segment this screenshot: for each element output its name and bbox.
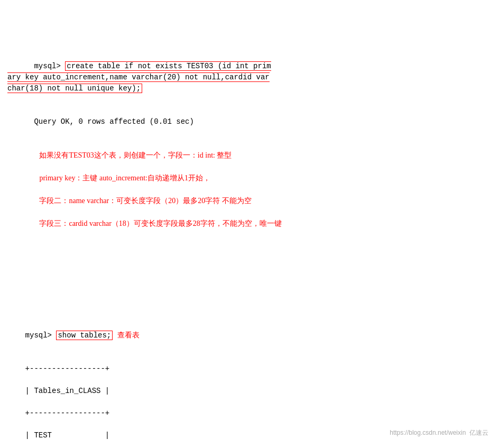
terminal-window: mysql> create table if not exists TEST03… xyxy=(7,5,492,448)
annotation-1-line2: primary key：主键 auto_increment:自动递增从1开始， xyxy=(39,174,210,182)
watermark-url: https://blog.csdn.net/weixin xyxy=(390,429,466,436)
table2-row-1: | TEST | xyxy=(25,431,110,440)
cmd-box-2: show tables; xyxy=(56,331,113,340)
annotation-2: 查看表 xyxy=(117,331,140,339)
watermark: https://blog.csdn.net/weixin 亿速云 xyxy=(390,428,488,437)
table2-border2: +-----------------+ xyxy=(25,409,110,417)
prompt-1: mysql> xyxy=(34,62,65,70)
result-1: Query OK, 0 rows affected (0.01 sec) xyxy=(34,117,193,126)
annotation-1-line4: 字段三：cardid varchar（18）可变长度字段最多28字符，不能为空，… xyxy=(39,220,281,227)
table2-border1: +-----------------+ xyxy=(25,364,110,373)
annotation-1-line1: 如果没有TEST03这个表，则创建一个，字段一：id int: 整型 xyxy=(39,151,232,159)
block-create-table: mysql> create table if not exists TEST03… xyxy=(7,50,492,241)
prompt-2: mysql> xyxy=(25,331,57,340)
brand-label: 亿速云 xyxy=(469,429,488,436)
table2-header: | Tables_in_CLASS | xyxy=(25,387,110,395)
annotation-1-line3: 字段二：name varchar：可变长度字段（20）最多20字符 不能为空 xyxy=(39,197,251,205)
